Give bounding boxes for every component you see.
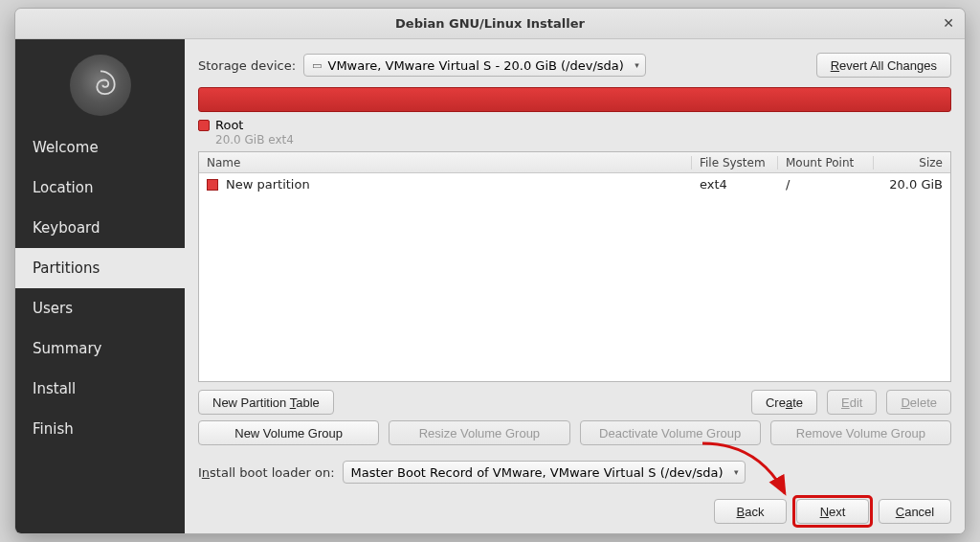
new-partition-table-button[interactable]: New Partition Table — [198, 390, 334, 415]
create-button[interactable]: Create — [751, 390, 817, 415]
table-header: Name File System Mount Point Size — [199, 152, 950, 173]
back-button[interactable]: Back — [714, 499, 787, 524]
col-fs[interactable]: File System — [692, 156, 778, 169]
storage-device-combo[interactable]: ▭ VMware, VMware Virtual S - 20.0 GiB (/… — [303, 54, 646, 77]
disk-icon: ▭ — [312, 59, 322, 72]
cell-fs: ext4 — [692, 177, 778, 192]
sidebar-item-location[interactable]: Location — [15, 168, 185, 208]
revert-all-changes-button[interactable]: Revert All Changes — [816, 53, 951, 78]
titlebar: Debian GNU/Linux Installer ✕ — [15, 9, 965, 39]
remove-volume-group-button: Remove Volume Group — [770, 420, 951, 445]
sidebar-item-welcome[interactable]: Welcome — [15, 127, 185, 168]
root-name: Root — [215, 118, 294, 133]
col-size[interactable]: Size — [874, 156, 950, 169]
deactivate-volume-group-button: Deactivate Volume Group — [580, 420, 761, 445]
delete-button: Delete — [886, 390, 951, 415]
partition-usage-bar — [198, 87, 951, 112]
sidebar-item-partitions[interactable]: Partitions — [15, 248, 185, 288]
root-partition-legend: Root 20.0 GiB ext4 — [198, 118, 951, 147]
cell-size: 20.0 GiB — [874, 177, 950, 192]
col-mp[interactable]: Mount Point — [778, 156, 874, 169]
resize-volume-group-button: Resize Volume Group — [389, 420, 569, 445]
close-icon[interactable]: ✕ — [940, 14, 957, 32]
sidebar-item-keyboard[interactable]: Keyboard — [15, 208, 185, 248]
next-button[interactable]: Next — [796, 499, 869, 524]
storage-device-label: Storage device: — [198, 58, 296, 73]
window-body: WelcomeLocationKeyboardPartitionsUsersSu… — [15, 39, 965, 533]
installer-window: Debian GNU/Linux Installer ✕ WelcomeLoca… — [14, 8, 966, 534]
chevron-down-icon: ▾ — [734, 467, 739, 477]
edit-button: Edit — [827, 390, 877, 415]
sidebar: WelcomeLocationKeyboardPartitionsUsersSu… — [15, 39, 185, 533]
window-title: Debian GNU/Linux Installer — [395, 16, 585, 31]
cancel-button[interactable]: Cancel — [879, 499, 951, 524]
sidebar-item-users[interactable]: Users — [15, 288, 185, 328]
table-row[interactable]: New partitionext4/20.0 GiB — [199, 173, 950, 194]
debian-logo-icon — [70, 55, 131, 116]
sidebar-item-install[interactable]: Install — [15, 369, 185, 409]
content-area: Storage device: ▭ VMware, VMware Virtual… — [185, 39, 965, 533]
root-color-swatch-icon — [198, 120, 210, 131]
row-swatch-icon — [207, 179, 218, 191]
storage-device-value: VMware, VMware Virtual S - 20.0 GiB (/de… — [327, 58, 623, 73]
bootloader-combo[interactable]: Master Boot Record of VMware, VMware Vir… — [343, 461, 746, 484]
bootloader-label: Install boot loader on: — [198, 465, 335, 480]
root-detail: 20.0 GiB ext4 — [215, 133, 294, 147]
col-name[interactable]: Name — [199, 156, 692, 169]
bootloader-value: Master Boot Record of VMware, VMware Vir… — [351, 465, 724, 480]
chevron-down-icon: ▾ — [635, 60, 639, 70]
sidebar-item-finish[interactable]: Finish — [15, 409, 185, 449]
cell-mp: / — [778, 177, 874, 192]
new-volume-group-button[interactable]: New Volume Group — [198, 420, 379, 445]
sidebar-item-summary[interactable]: Summary — [15, 328, 185, 369]
cell-name: New partition — [226, 177, 310, 192]
partition-table[interactable]: Name File System Mount Point Size New pa… — [198, 151, 951, 382]
